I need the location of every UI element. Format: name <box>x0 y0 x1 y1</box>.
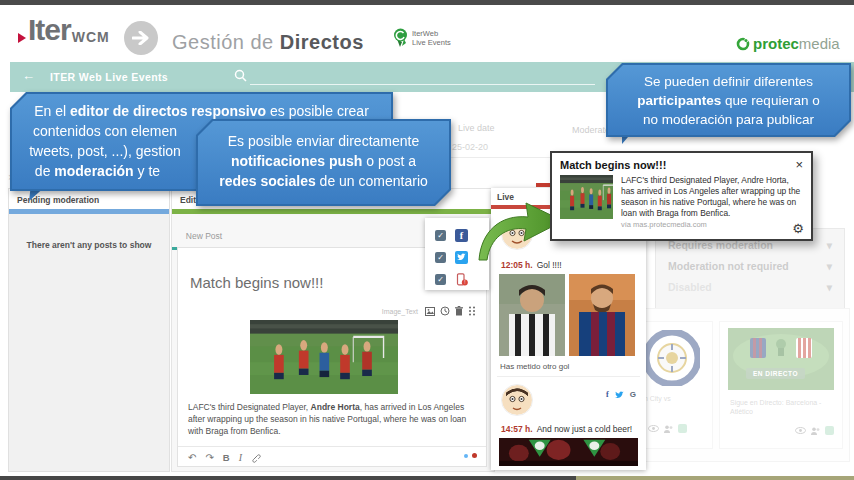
callout-line: Se pueden definir diferentes <box>606 72 851 91</box>
close-icon[interactable]: × <box>795 157 803 172</box>
trash-icon[interactable] <box>455 306 463 316</box>
callout-line: Es posible enviar directamente <box>196 131 451 151</box>
link-icon[interactable] <box>251 453 261 463</box>
callout-line: participantes que requieran o <box>606 91 851 110</box>
notification-source: vía mas.protecmedia.com <box>621 220 803 229</box>
editor-toolbar: ↶ ↷ B I <box>178 446 486 468</box>
post-caption: Has metido otro gol <box>500 362 569 371</box>
badge-line1: IterWeb <box>412 29 451 38</box>
page-title: Gestión deDirectos <box>172 31 364 54</box>
search-input[interactable] <box>250 84 595 85</box>
iterwcm-logo: Iter WCM <box>18 15 110 45</box>
iterweb-badge: IterWeb Live Events <box>393 28 451 48</box>
italic-button[interactable]: I <box>239 452 242 463</box>
facebook-icon[interactable]: f <box>455 229 468 242</box>
callout-line: de moderación y te <box>10 161 185 181</box>
drag-handle-icon[interactable] <box>468 306 476 316</box>
wash-overlay <box>618 92 854 476</box>
page-title-bold: Directos <box>280 31 364 53</box>
post-photo-messi <box>569 274 635 356</box>
post-body[interactable]: LAFC's third Designated Player, Andre Ho… <box>188 402 482 438</box>
callout-line: tweets, post, ...), gestion <box>10 141 200 161</box>
logo-text: Iter <box>28 15 71 45</box>
callout-line: redes sociales de un comentario <box>196 171 451 191</box>
pending-empty-text: There aren't any posts to show <box>9 240 169 250</box>
post-image <box>250 320 398 394</box>
status-dot-red[interactable] <box>472 453 477 458</box>
arrow-circle-icon <box>124 21 158 55</box>
block-type-label: Image_Text <box>382 308 418 315</box>
app-toolbar-title: ITER Web Live Events <box>50 71 168 83</box>
post-title: Match begins now!!! <box>190 274 323 291</box>
post-share-icons: f G <box>606 390 636 399</box>
image-icon[interactable] <box>425 307 435 316</box>
pending-moderation-panel: Pending moderation There aren't any post… <box>8 188 170 472</box>
brand-light: media <box>799 35 840 52</box>
twitter-icon[interactable] <box>615 391 624 399</box>
avatar <box>501 384 533 416</box>
status-dot-blue[interactable] <box>464 454 468 458</box>
svg-text:!: ! <box>464 280 465 285</box>
back-icon[interactable]: ← <box>22 68 35 83</box>
badge-line2: Live Events <box>412 38 451 47</box>
gear-icon[interactable]: ⚙ <box>792 221 804 236</box>
notification-body: LAFC's third Designated Player, Andre Ho… <box>621 175 803 219</box>
schedule-icon[interactable] <box>440 306 450 316</box>
checkbox-checked[interactable]: ✓ <box>435 274 446 285</box>
logo-subtext: WCM <box>72 29 110 45</box>
callout-push: Es posible enviar directamente notificac… <box>196 119 451 206</box>
bottom-chrome-bar-accent <box>576 476 854 480</box>
notification-title: Match begins now!!! <box>560 159 803 171</box>
notification-image <box>560 175 613 219</box>
protecmedia-icon <box>736 37 750 51</box>
ribbon-icon <box>393 28 408 48</box>
post-entry: 14:57 h.And now just a cold beer! <box>501 424 632 434</box>
push-notification-popup: Match begins now!!! × LAFC's third Desig… <box>550 151 813 241</box>
pending-panel-bar <box>9 209 169 214</box>
slide-header: Iter WCM Gestión deDirectos IterWeb Live… <box>0 5 854 62</box>
undo-icon[interactable]: ↶ <box>188 452 196 463</box>
callout-line: En el editor de directos responsivo es p… <box>10 101 393 121</box>
search-icon[interactable] <box>234 69 247 82</box>
page-title-light: Gestión de <box>172 31 274 53</box>
callout-participants: Se pueden definir diferentes participant… <box>606 63 851 137</box>
post-photo-bar <box>499 438 638 466</box>
share-row-push: ✓ ! <box>435 268 489 290</box>
post-photo-ronaldo <box>499 274 565 356</box>
callout-line: notificaciones push o post a <box>196 151 451 171</box>
protecmedia-logo: protecmedia <box>736 35 840 52</box>
callout-line: no moderación para publicar <box>606 110 851 129</box>
checkbox-checked[interactable]: ✓ <box>435 252 446 263</box>
red-marker <box>536 183 551 187</box>
facebook-icon[interactable]: f <box>606 390 609 399</box>
slide: Iter WCM Gestión deDirectos IterWeb Live… <box>0 0 854 480</box>
post-divider <box>497 376 640 377</box>
brand-bold: protec <box>753 35 799 52</box>
tab-new-post[interactable]: New Post <box>172 231 236 241</box>
push-notification-icon[interactable]: ! <box>455 273 468 286</box>
editor-panel-bar <box>172 209 494 214</box>
callout-line: contenidos con elemen <box>10 121 200 141</box>
block-meta: Image_Text <box>382 306 476 316</box>
post-text: And now just a cold beer! <box>537 424 632 434</box>
post-time: 14:57 h. <box>501 424 533 434</box>
bold-button[interactable]: B <box>223 452 230 463</box>
checkbox-checked[interactable]: ✓ <box>435 230 446 241</box>
twitter-icon[interactable] <box>455 251 468 264</box>
google-icon[interactable]: G <box>630 390 636 399</box>
redo-icon[interactable]: ↷ <box>205 452 213 463</box>
logo-red-triangle-icon <box>18 33 26 43</box>
